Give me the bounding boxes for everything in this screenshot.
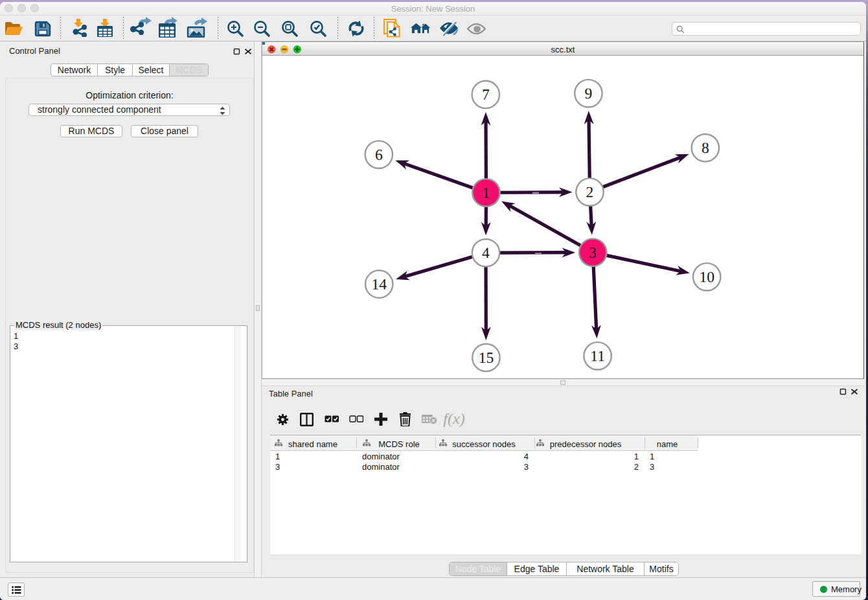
svg-text:3: 3: [589, 244, 597, 260]
svg-text:10: 10: [699, 268, 714, 285]
svg-text:4: 4: [482, 244, 490, 261]
svg-text:1: 1: [483, 184, 490, 201]
svg-text:14: 14: [371, 275, 387, 292]
svg-text:9: 9: [585, 85, 593, 102]
svg-text:15: 15: [479, 349, 494, 366]
svg-text:2: 2: [586, 183, 594, 200]
svg-text:7: 7: [482, 86, 490, 103]
svg-text:8: 8: [702, 139, 709, 156]
svg-text:6: 6: [375, 146, 383, 163]
svg-text:11: 11: [590, 347, 605, 364]
